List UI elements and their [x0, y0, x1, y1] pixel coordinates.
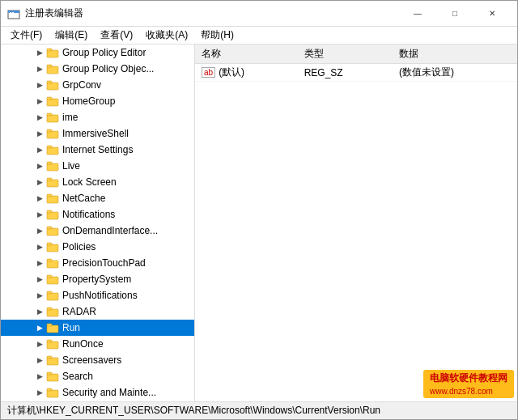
cell-name: ab(默认) — [195, 64, 298, 82]
expand-arrow[interactable]: ▶ — [33, 95, 46, 108]
expand-arrow[interactable]: ▶ — [33, 240, 46, 253]
tree-item-lock-screen[interactable]: ▶Lock Screen — [1, 174, 194, 190]
menu-help[interactable]: 帮助(H) — [194, 27, 240, 44]
minimize-button[interactable]: — — [399, 1, 436, 27]
tree-item-security-and-maint[interactable]: ▶Security and Mainte... — [1, 384, 194, 401]
menu-edit[interactable]: 编辑(E) — [49, 27, 94, 44]
svg-rect-10 — [47, 99, 58, 106]
tree-item-label: RunOnce — [62, 338, 104, 350]
tree-item-homegroup[interactable]: ▶HomeGroup — [1, 93, 194, 109]
expand-arrow[interactable]: ▶ — [33, 370, 46, 383]
tree-item-label: PropertySystem — [62, 274, 131, 285]
tree-item-notifications[interactable]: ▶Notifications — [1, 206, 194, 223]
expand-arrow[interactable]: ▶ — [33, 289, 46, 302]
tree-item-policies[interactable]: ▶Policies — [1, 239, 194, 255]
tree-item-group-policy-editor[interactable]: ▶Group Policy Editor — [1, 45, 194, 61]
svg-rect-35 — [47, 291, 52, 294]
expand-arrow[interactable]: ▶ — [33, 62, 46, 75]
expand-arrow[interactable]: ▶ — [33, 143, 46, 156]
menu-favorites[interactable]: 收藏夹(A) — [139, 27, 194, 44]
maximize-button[interactable]: □ — [436, 1, 473, 27]
tree-item-label: OnDemandInterface... — [62, 225, 158, 236]
folder-icon — [46, 128, 59, 139]
expand-arrow[interactable]: ▶ — [33, 111, 46, 124]
tree-item-ime[interactable]: ▶ime — [1, 109, 194, 125]
expand-arrow[interactable]: ▶ — [33, 78, 46, 91]
tree-item-label: Search — [62, 371, 93, 382]
tree-item-property-system[interactable]: ▶PropertySystem — [1, 271, 194, 287]
svg-rect-3 — [12, 12, 14, 13]
expand-arrow[interactable]: ▶ — [33, 159, 46, 172]
svg-rect-43 — [47, 356, 52, 358]
expand-arrow[interactable]: ▶ — [33, 337, 46, 350]
expand-arrow[interactable]: ▶ — [33, 273, 46, 286]
folder-icon — [46, 63, 59, 74]
svg-rect-41 — [47, 340, 52, 342]
folder-icon — [46, 290, 59, 301]
svg-rect-33 — [47, 275, 52, 278]
values-table: 名称 类型 数据 ab(默认)REG_SZ(数值未设置) — [195, 45, 517, 82]
tree-item-label: Notifications — [62, 209, 115, 220]
registry-values: 名称 类型 数据 ab(默认)REG_SZ(数值未设置) — [195, 45, 517, 401]
tree-item-ondemandinterface[interactable]: ▶OnDemandInterface... — [1, 223, 194, 239]
tree-item-label: ime — [62, 112, 78, 123]
window-controls: — □ ✕ — [399, 1, 511, 27]
svg-rect-21 — [47, 178, 52, 180]
registry-editor-window: 注册表编辑器 — □ ✕ 文件(F) 编辑(E) 查看(V) 收藏夹(A) 帮助… — [0, 0, 518, 420]
tree-item-radar[interactable]: ▶RADAR — [1, 303, 194, 320]
tree-item-immersiveshell[interactable]: ▶ImmersiveShell — [1, 125, 194, 142]
tree-item-label: HomeGroup — [62, 95, 115, 107]
close-button[interactable]: ✕ — [473, 1, 511, 27]
folder-icon — [46, 193, 59, 204]
table-row[interactable]: ab(默认)REG_SZ(数值未设置) — [195, 64, 517, 82]
folder-icon — [46, 241, 59, 252]
expand-arrow[interactable]: ▶ — [33, 386, 46, 399]
tree-item-run[interactable]: ▶Run — [1, 320, 194, 336]
svg-rect-31 — [47, 259, 52, 261]
tree-item-netcache[interactable]: ▶NetCache — [1, 190, 194, 206]
svg-rect-47 — [47, 388, 52, 391]
folder-icon — [46, 257, 59, 269]
folder-icon — [46, 338, 59, 350]
svg-rect-2 — [10, 12, 11, 13]
svg-rect-46 — [47, 390, 58, 397]
tree-item-label: NetCache — [62, 193, 105, 204]
expand-arrow[interactable]: ▶ — [33, 224, 46, 237]
registry-tree[interactable]: ▶Group Policy Editor▶Group Policy Objec.… — [1, 45, 195, 401]
tree-item-group-policy-objec[interactable]: ▶Group Policy Objec... — [1, 61, 194, 77]
expand-arrow[interactable]: ▶ — [33, 321, 46, 334]
svg-rect-17 — [47, 146, 52, 148]
tree-item-label: Screensavers — [62, 354, 121, 366]
col-type: 类型 — [298, 45, 393, 64]
tree-item-live[interactable]: ▶Live — [1, 158, 194, 174]
tree-item-settingsync[interactable]: ▶SettingSync — [1, 401, 194, 401]
expand-arrow[interactable]: ▶ — [33, 208, 46, 221]
status-bar: 计算机\HKEY_CURRENT_USER\SOFTWARE\Microsoft… — [1, 401, 517, 419]
svg-rect-25 — [47, 210, 52, 213]
expand-arrow[interactable]: ▶ — [33, 192, 46, 205]
tree-item-internet-settings[interactable]: ▶Internet Settings — [1, 142, 194, 158]
tree-item-label: Internet Settings — [62, 144, 133, 155]
tree-item-precisiontouchpad[interactable]: ▶PrecisionTouchPad — [1, 255, 194, 271]
tree-item-screensavers[interactable]: ▶Screensavers — [1, 352, 194, 368]
svg-rect-30 — [47, 261, 58, 268]
tree-item-search[interactable]: ▶Search — [1, 368, 194, 384]
folder-icon — [46, 47, 59, 58]
menu-view[interactable]: 查看(V) — [94, 27, 139, 44]
expand-arrow[interactable]: ▶ — [33, 46, 46, 59]
expand-arrow[interactable]: ▶ — [33, 305, 46, 318]
folder-icon — [46, 274, 59, 285]
tree-item-label: Policies — [62, 241, 96, 252]
expand-arrow[interactable]: ▶ — [33, 127, 46, 140]
menu-file[interactable]: 文件(F) — [4, 27, 49, 44]
folder-icon — [46, 160, 59, 172]
expand-arrow[interactable]: ▶ — [33, 257, 46, 269]
expand-arrow[interactable]: ▶ — [33, 176, 46, 189]
tree-item-grpconv[interactable]: ▶GrpConv — [1, 77, 194, 93]
tree-item-runonce[interactable]: ▶RunOnce — [1, 336, 194, 352]
tree-item-push-notifications[interactable]: ▶PushNotifications — [1, 287, 194, 303]
svg-rect-4 — [47, 50, 58, 57]
tree-item-label: Security and Mainte... — [62, 387, 156, 398]
expand-arrow[interactable]: ▶ — [33, 354, 46, 367]
folder-icon — [46, 354, 59, 366]
